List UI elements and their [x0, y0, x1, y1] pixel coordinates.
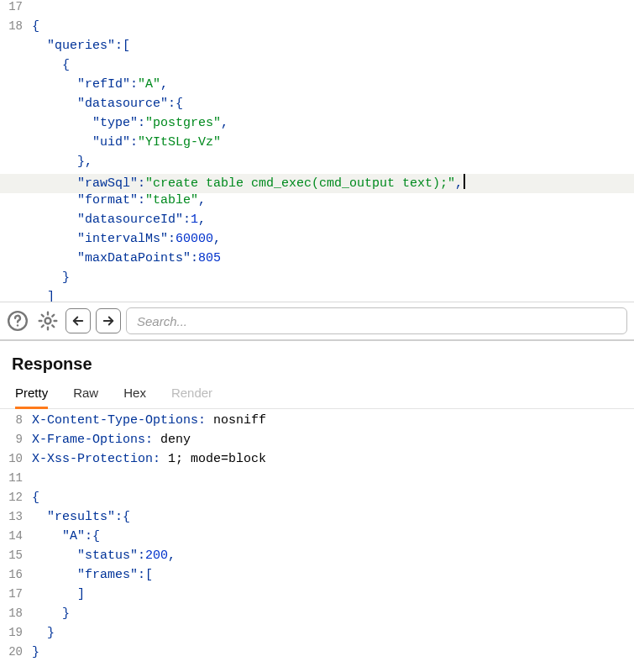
tab-raw[interactable]: Raw [73, 386, 98, 408]
response-section: Response Pretty Raw Hex Render 8X-Conten… [0, 341, 634, 662]
request-editor[interactable]: 1718{ "queries":[ { "refId":"A", "dataso… [0, 0, 634, 302]
svg-point-1 [17, 324, 18, 326]
help-icon[interactable] [5, 308, 30, 333]
svg-point-2 [45, 318, 51, 324]
response-body[interactable]: 8X-Content-Type-Options: nosniff9X-Frame… [0, 409, 634, 662]
search-input[interactable] [126, 307, 627, 334]
tab-hex[interactable]: Hex [123, 386, 146, 408]
tab-pretty[interactable]: Pretty [15, 386, 48, 409]
gear-icon[interactable] [35, 308, 60, 333]
request-code[interactable]: 1718{ "queries":[ { "refId":"A", "dataso… [0, 0, 634, 302]
response-tabs: Pretty Raw Hex Render [0, 374, 634, 409]
toolbar [0, 302, 634, 341]
tab-render[interactable]: Render [171, 386, 212, 408]
forward-button[interactable] [96, 308, 121, 333]
response-heading: Response [0, 354, 634, 374]
back-button[interactable] [65, 308, 91, 333]
